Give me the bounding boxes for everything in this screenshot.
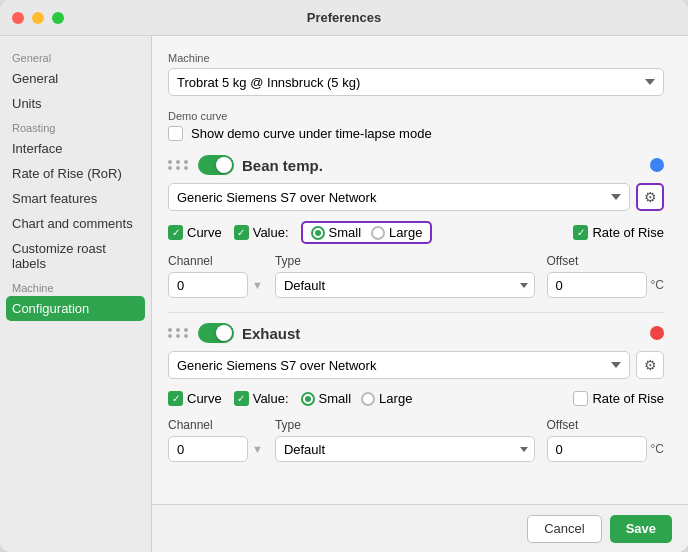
- bean-temp-ror-checkbox[interactable]: [573, 225, 588, 240]
- demo-curve-checkbox[interactable]: [168, 126, 183, 141]
- drag-dot: [176, 334, 180, 338]
- bottom-bar: Cancel Save: [152, 504, 688, 552]
- exhaust-curve-item: Curve: [168, 391, 222, 406]
- exhaust-small-label: Small: [319, 391, 352, 406]
- bean-temp-drag-handle[interactable]: [168, 160, 190, 170]
- sidebar-section-machine: Machine: [0, 276, 151, 296]
- bean-temp-section: Bean temp. Generic Siemens S7 over Netwo…: [168, 155, 664, 298]
- exhaust-offset-label: Offset: [547, 418, 664, 432]
- demo-curve-text: Show demo curve under time-lapse mode: [191, 126, 432, 141]
- minimize-button[interactable]: [32, 12, 44, 24]
- cancel-button[interactable]: Cancel: [527, 515, 601, 543]
- demo-curve-section: Demo curve Show demo curve under time-la…: [168, 110, 664, 141]
- exhaust-drag-handle[interactable]: [168, 328, 190, 338]
- exhaust-offset-input[interactable]: [547, 436, 647, 462]
- exhaust-header: Exhaust: [168, 323, 664, 343]
- exhaust-device-row: Generic Siemens S7 over Network ⚙: [168, 351, 664, 379]
- exhaust-device-select[interactable]: Generic Siemens S7 over Network: [168, 351, 630, 379]
- exhaust-channel-col: Channel ▼: [168, 418, 263, 462]
- bean-temp-channel-input[interactable]: [168, 272, 248, 298]
- bean-temp-large-radio[interactable]: Large: [371, 225, 422, 240]
- exhaust-type-select[interactable]: Default: [275, 436, 535, 462]
- save-button[interactable]: Save: [610, 515, 672, 543]
- bean-temp-curve-checkbox[interactable]: [168, 225, 183, 240]
- sidebar-item-chart[interactable]: Chart and comments: [0, 211, 151, 236]
- sidebar-item-units[interactable]: Units: [0, 91, 151, 116]
- drag-dot: [184, 166, 188, 170]
- bean-temp-channel-col: Channel ▼: [168, 254, 263, 298]
- bean-temp-ror-container: Rate of Rise: [573, 225, 664, 240]
- exhaust-gear-button[interactable]: ⚙: [636, 351, 664, 379]
- bean-temp-type-select[interactable]: Default: [275, 272, 535, 298]
- sidebar-item-ror[interactable]: Rate of Rise (RoR): [0, 161, 151, 186]
- drag-dot: [176, 328, 180, 332]
- bean-temp-curve-item: Curve: [168, 225, 222, 240]
- exhaust-type-col: Type Default: [275, 418, 535, 462]
- sidebar: General General Units Roasting Interface…: [0, 36, 152, 552]
- drag-dot: [168, 328, 172, 332]
- sidebar-item-interface[interactable]: Interface: [0, 136, 151, 161]
- window-title: Preferences: [307, 10, 381, 25]
- bean-temp-offset-col: Offset °C: [547, 254, 664, 298]
- machine-select-row: Trobrat 5 kg @ Innsbruck (5 kg): [168, 68, 664, 96]
- exhaust-options-row: Curve Value: Small: [168, 389, 664, 408]
- machine-label: Machine: [168, 52, 664, 64]
- main-panel: Machine Trobrat 5 kg @ Innsbruck (5 kg) …: [152, 36, 688, 552]
- exhaust-offset-row: °C: [547, 436, 664, 462]
- bean-temp-value-item: Value:: [234, 225, 289, 240]
- demo-curve-label: Demo curve: [168, 110, 664, 122]
- drag-dot: [184, 334, 188, 338]
- exhaust-channel-row: Channel ▼ Type Default: [168, 418, 664, 462]
- exhaust-value-item: Value:: [234, 391, 289, 406]
- exhaust-channel-input[interactable]: [168, 436, 248, 462]
- channel-label: Channel: [168, 254, 263, 268]
- exhaust-small-radio-dot: [301, 392, 315, 406]
- exhaust-unit: °C: [651, 442, 664, 456]
- exhaust-curve-checkbox[interactable]: [168, 391, 183, 406]
- bean-temp-device-select[interactable]: Generic Siemens S7 over Network: [168, 183, 630, 211]
- bean-temp-size-group: Small Large: [301, 221, 433, 244]
- large-label: Large: [389, 225, 422, 240]
- bean-temp-value-label: Value:: [253, 225, 289, 240]
- type-label: Type: [275, 254, 535, 268]
- sidebar-item-configuration[interactable]: Configuration: [6, 296, 145, 321]
- bean-temp-toggle[interactable]: [198, 155, 234, 175]
- exhaust-ror-container: Rate of Rise: [573, 391, 664, 406]
- bean-temp-curve-label: Curve: [187, 225, 222, 240]
- close-button[interactable]: [12, 12, 24, 24]
- exhaust-ror-checkbox[interactable]: [573, 391, 588, 406]
- drag-dot: [176, 166, 180, 170]
- machine-section: Machine Trobrat 5 kg @ Innsbruck (5 kg): [168, 52, 664, 96]
- bean-temp-color[interactable]: [650, 158, 664, 172]
- machine-select[interactable]: Trobrat 5 kg @ Innsbruck (5 kg): [168, 68, 664, 96]
- maximize-button[interactable]: [52, 12, 64, 24]
- demo-curve-row: Show demo curve under time-lapse mode: [168, 126, 664, 141]
- sidebar-item-customize[interactable]: Customize roast labels: [0, 236, 151, 276]
- drag-dot: [168, 160, 172, 164]
- exhaust-value-checkbox[interactable]: [234, 391, 249, 406]
- exhaust-type-label: Type: [275, 418, 535, 432]
- main-scroll-area: Machine Trobrat 5 kg @ Innsbruck (5 kg) …: [152, 36, 688, 504]
- exhaust-channel-label: Channel: [168, 418, 263, 432]
- bean-temp-value-checkbox[interactable]: [234, 225, 249, 240]
- sidebar-item-smart[interactable]: Smart features: [0, 186, 151, 211]
- bean-temp-offset-input[interactable]: [547, 272, 647, 298]
- drag-dot: [184, 328, 188, 332]
- bean-temp-title: Bean temp.: [242, 157, 323, 174]
- sidebar-item-general[interactable]: General: [0, 66, 151, 91]
- exhaust-size-group: Small Large: [301, 389, 413, 408]
- bean-temp-unit: °C: [651, 278, 664, 292]
- bean-temp-gear-button[interactable]: ⚙: [636, 183, 664, 211]
- exhaust-small-radio[interactable]: Small: [301, 391, 352, 406]
- bean-temp-small-radio[interactable]: Small: [311, 225, 362, 240]
- drag-dot: [168, 334, 172, 338]
- window-controls: [12, 12, 64, 24]
- exhaust-toggle[interactable]: [198, 323, 234, 343]
- exhaust-large-radio[interactable]: Large: [361, 391, 412, 406]
- small-label: Small: [329, 225, 362, 240]
- exhaust-color[interactable]: [650, 326, 664, 340]
- bean-temp-ror-label: Rate of Rise: [592, 225, 664, 240]
- large-radio-dot: [371, 226, 385, 240]
- sidebar-section-roasting: Roasting: [0, 116, 151, 136]
- content-area: General General Units Roasting Interface…: [0, 36, 688, 552]
